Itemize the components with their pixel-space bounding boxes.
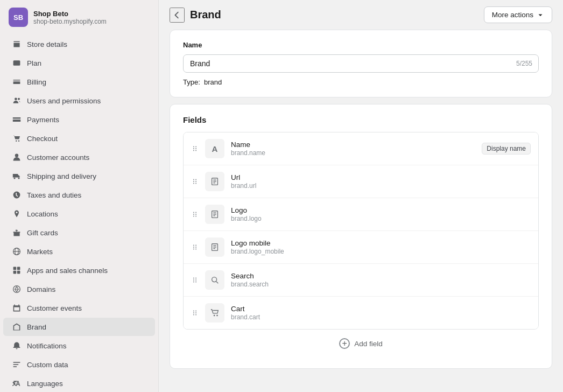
svg-point-63: [212, 277, 217, 282]
back-button[interactable]: [170, 8, 185, 23]
sidebar-label: Checkout: [27, 135, 58, 143]
notifications-icon: [12, 341, 22, 351]
svg-rect-8: [13, 232, 20, 233]
svg-point-6: [13, 177, 15, 179]
checkout-icon: [12, 134, 22, 143]
sidebar-label: Gift cards: [27, 229, 58, 237]
drag-handle[interactable]: [191, 178, 199, 185]
field-key: brand.url: [231, 182, 531, 190]
sidebar-item-billing[interactable]: Billing: [3, 73, 155, 91]
name-card-label: Name: [183, 41, 539, 49]
field-info: Url brand.url: [231, 173, 531, 190]
add-field-icon: +: [339, 338, 350, 349]
languages-icon: [12, 379, 22, 388]
sidebar-item-domains[interactable]: Domains: [3, 280, 155, 298]
svg-point-50: [195, 247, 196, 248]
sidebar-label: Locations: [27, 210, 58, 218]
svg-point-61: [193, 281, 194, 282]
svg-point-23: [193, 148, 194, 149]
sidebar-label: Customer events: [27, 304, 82, 312]
svg-point-69: [193, 314, 194, 315]
svg-point-47: [193, 244, 194, 246]
top-bar: Brand More actions: [159, 0, 563, 30]
type-label: Type:: [183, 78, 200, 86]
sidebar-item-plan[interactable]: Plan: [3, 54, 155, 72]
field-name: Url: [231, 173, 531, 181]
svg-point-40: [195, 214, 196, 215]
sidebar-item-apps-sales-channels[interactable]: Apps and sales channels: [3, 261, 155, 279]
drag-handle[interactable]: [191, 243, 199, 251]
sidebar-label: Apps and sales channels: [27, 267, 108, 275]
events-icon: [12, 303, 22, 313]
sidebar-item-gift-cards[interactable]: Gift cards: [3, 223, 155, 242]
sidebar-label: Plan: [27, 59, 41, 67]
page-title-area: Brand: [170, 8, 221, 23]
svg-point-26: [195, 150, 196, 151]
name-section: Name 5/255 Type: brand: [170, 30, 552, 97]
field-key: brand.search: [231, 281, 531, 288]
add-field-row[interactable]: + Add field: [183, 330, 539, 358]
sidebar: SB Shop Beto shop-beto.myshopify.com Sto…: [0, 0, 159, 392]
svg-rect-20: [13, 366, 17, 367]
sidebar-item-brand[interactable]: Brand: [3, 318, 155, 336]
sidebar-label: Users and permissions: [27, 97, 101, 105]
svg-point-66: [195, 310, 196, 311]
sidebar-item-markets[interactable]: Markets: [3, 242, 155, 261]
locations-icon: [12, 209, 22, 219]
name-input-wrap: 5/255: [183, 54, 539, 73]
sidebar-label: Domains: [27, 285, 55, 293]
fields-card: Fields A Name brand.name: [170, 104, 552, 369]
svg-point-65: [193, 310, 194, 311]
content-area: Name 5/255 Type: brand Fields: [159, 30, 563, 380]
char-count: 5/255: [516, 60, 532, 67]
domains-icon: [12, 284, 22, 294]
svg-point-71: [214, 315, 215, 317]
svg-point-51: [193, 248, 194, 249]
sidebar-item-users-permissions[interactable]: Users and permissions: [3, 92, 155, 110]
sidebar-item-taxes-duties[interactable]: Taxes and duties: [3, 186, 155, 204]
field-row-search: Search brand.search: [184, 264, 538, 297]
sidebar-item-notifications[interactable]: Notifications: [3, 337, 155, 355]
field-icon-wrap: [205, 205, 224, 224]
sidebar-item-custom-data[interactable]: Custom data: [3, 355, 155, 374]
svg-point-68: [195, 312, 196, 313]
svg-rect-0: [13, 60, 20, 66]
apps-icon: [12, 265, 22, 275]
field-row-url: Url brand.url: [184, 165, 538, 198]
drag-handle[interactable]: [191, 211, 199, 218]
svg-point-62: [195, 281, 196, 282]
field-icon-wrap: [205, 270, 224, 290]
sidebar-item-languages[interactable]: Languages: [3, 374, 155, 392]
users-icon: [12, 96, 22, 106]
svg-point-49: [193, 247, 194, 248]
sidebar-item-store-details[interactable]: Store details: [3, 35, 155, 53]
plan-icon: [12, 58, 22, 68]
svg-point-37: [193, 212, 194, 213]
sidebar-item-customer-events[interactable]: Customer events: [3, 299, 155, 317]
field-key: brand.logo_mobile: [231, 248, 531, 255]
sidebar-item-shipping-delivery[interactable]: Shipping and delivery: [3, 167, 155, 185]
drag-handle[interactable]: [191, 309, 199, 317]
svg-point-27: [193, 179, 194, 180]
field-row-logo-mobile: Logo mobile brand.logo_mobile: [184, 231, 538, 264]
sidebar-item-customer-accounts[interactable]: Customer accounts: [3, 148, 155, 166]
sidebar-item-locations[interactable]: Locations: [3, 205, 155, 223]
drag-handle[interactable]: [191, 276, 199, 284]
field-name: Search: [231, 272, 531, 280]
svg-point-67: [193, 312, 194, 313]
store-name: Shop Beto: [33, 10, 107, 18]
svg-point-41: [193, 215, 194, 216]
svg-point-39: [193, 214, 194, 215]
svg-point-28: [195, 179, 196, 180]
sidebar-item-payments[interactable]: Payments: [3, 110, 155, 129]
store-icon: [12, 39, 22, 49]
name-input[interactable]: [183, 54, 539, 73]
more-actions-button[interactable]: More actions: [484, 6, 552, 23]
field-icon-wrap: [205, 237, 224, 257]
svg-point-52: [195, 248, 196, 249]
sidebar-item-checkout[interactable]: Checkout: [3, 129, 155, 148]
svg-point-31: [193, 183, 194, 184]
fields-list: A Name brand.name Display name: [183, 132, 539, 330]
drag-handle[interactable]: [191, 145, 199, 152]
add-field-label: Add field: [354, 340, 383, 348]
